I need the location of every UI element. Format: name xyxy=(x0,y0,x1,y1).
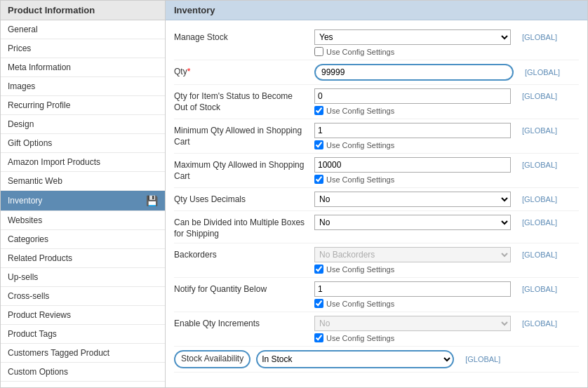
sidebar-item-amazon[interactable]: Amazon Import Products xyxy=(1,153,165,172)
qty-increments-label: Enable Qty Increments xyxy=(174,316,314,330)
notify-qty-controls: [GLOBAL] Use Config Settings xyxy=(314,281,579,308)
qty-out-of-stock-input[interactable] xyxy=(314,88,511,104)
qty-input[interactable] xyxy=(316,65,512,79)
backorders-config-checkbox[interactable] xyxy=(314,265,323,274)
stock-availability-global[interactable]: [GLOBAL] xyxy=(462,355,500,363)
backorders-select-row: No Backorders [GLOBAL] xyxy=(314,247,579,262)
qty-out-of-stock-controls: [GLOBAL] Use Config Settings xyxy=(314,88,579,115)
qty-increments-config-checkbox[interactable] xyxy=(314,333,323,342)
backorders-select[interactable]: No Backorders xyxy=(314,247,511,262)
qty-decimals-row: Qty Uses Decimals NoYes [GLOBAL] xyxy=(174,188,579,211)
content-area: Manage Stock YesNo [GLOBAL] Use Config S… xyxy=(166,20,587,378)
notify-qty-input[interactable] xyxy=(314,281,511,297)
stock-availability-select[interactable]: In StockOut of Stock xyxy=(258,352,453,367)
backorders-config-label: Use Config Settings xyxy=(326,265,394,274)
notify-qty-row: Notify for Quantity Below [GLOBAL] Use C… xyxy=(174,278,579,312)
sidebar-title: Product Information xyxy=(1,1,165,20)
multiple-boxes-select[interactable]: NoYes xyxy=(314,215,511,230)
notify-qty-label: Notify for Quantity Below xyxy=(174,281,314,295)
manage-stock-label: Manage Stock xyxy=(174,29,314,44)
multiple-boxes-select-row: NoYes [GLOBAL] xyxy=(314,215,579,230)
notify-qty-config-row: Use Config Settings xyxy=(314,299,579,308)
save-icon: 💾 xyxy=(146,195,158,206)
notify-qty-config-label: Use Config Settings xyxy=(326,300,394,308)
qty-increments-select[interactable]: NoYes xyxy=(314,316,511,331)
max-qty-global[interactable]: [GLOBAL] xyxy=(519,161,557,169)
multiple-boxes-global[interactable]: [GLOBAL] xyxy=(519,218,557,227)
max-qty-row: Maximum Qty Allowed in Shopping Cart [GL… xyxy=(174,154,579,188)
multiple-boxes-row: Can be Divided into Multiple Boxes for S… xyxy=(174,211,579,243)
qty-decimals-global[interactable]: [GLOBAL] xyxy=(519,195,557,203)
sidebar-item-semantic[interactable]: Semantic Web xyxy=(1,172,165,191)
sidebar-item-custom-options[interactable]: Custom Options xyxy=(1,363,165,382)
multiple-boxes-controls: NoYes [GLOBAL] xyxy=(314,215,579,230)
qty-increments-select-row: NoYes [GLOBAL] xyxy=(314,316,579,331)
min-qty-input[interactable] xyxy=(314,123,511,138)
sidebar-item-inventory[interactable]: Inventory 💾 xyxy=(1,191,165,211)
notify-qty-input-row: [GLOBAL] xyxy=(314,281,579,297)
sidebar-item-reviews[interactable]: Product Reviews xyxy=(1,306,165,325)
qty-oos-config-label: Use Config Settings xyxy=(326,107,394,115)
manage-stock-config-checkbox[interactable] xyxy=(314,47,323,56)
sidebar-item-crosssells[interactable]: Cross-sells xyxy=(1,287,165,306)
sidebar-item-meta[interactable]: Meta Information xyxy=(1,58,165,77)
stock-availability-highlight: In StockOut of Stock xyxy=(256,350,454,368)
qty-increments-config-row: Use Config Settings xyxy=(314,333,579,342)
sidebar-item-related[interactable]: Related Products xyxy=(1,249,165,268)
max-qty-controls: [GLOBAL] Use Config Settings xyxy=(314,157,579,184)
sidebar: Product Information General Prices Meta … xyxy=(1,1,166,387)
backorders-label: Backorders xyxy=(174,247,314,261)
sidebar-item-images[interactable]: Images xyxy=(1,77,165,96)
stock-availability-select-row: In StockOut of Stock [GLOBAL] xyxy=(256,350,579,368)
manage-stock-config-label: Use Config Settings xyxy=(326,48,394,56)
sidebar-item-tags[interactable]: Product Tags xyxy=(1,325,165,344)
qty-increments-config-label: Use Config Settings xyxy=(326,334,394,342)
qty-increments-global[interactable]: [GLOBAL] xyxy=(519,319,557,328)
qty-oos-config-checkbox[interactable] xyxy=(314,106,323,115)
qty-decimals-label: Qty Uses Decimals xyxy=(174,192,314,206)
sidebar-item-upsells[interactable]: Up-sells xyxy=(1,268,165,287)
main-content: Inventory Manage Stock YesNo [GLOBAL] Us… xyxy=(166,1,587,387)
sidebar-item-design[interactable]: Design xyxy=(1,115,165,134)
min-qty-input-row: [GLOBAL] xyxy=(314,123,579,138)
qty-row: Qty* [GLOBAL] xyxy=(174,60,579,85)
min-qty-config-label: Use Config Settings xyxy=(326,141,394,149)
max-qty-input[interactable] xyxy=(314,157,511,173)
max-qty-input-row: [GLOBAL] xyxy=(314,157,579,173)
backorders-config-row: Use Config Settings xyxy=(314,265,579,274)
notify-qty-config-checkbox[interactable] xyxy=(314,299,323,308)
qty-global[interactable]: [GLOBAL] xyxy=(522,68,560,76)
min-qty-label: Minimum Qty Allowed in Shopping Cart xyxy=(174,123,314,147)
qty-decimals-controls: NoYes [GLOBAL] xyxy=(314,192,579,207)
sidebar-item-prices[interactable]: Prices xyxy=(1,39,165,58)
sidebar-item-websites[interactable]: Websites xyxy=(1,211,165,230)
backorders-global[interactable]: [GLOBAL] xyxy=(519,250,557,259)
max-qty-config-checkbox[interactable] xyxy=(314,175,323,184)
max-qty-label: Maximum Qty Allowed in Shopping Cart xyxy=(174,157,314,182)
stock-availability-controls: In StockOut of Stock [GLOBAL] xyxy=(256,350,579,368)
qty-label: Qty* xyxy=(174,64,314,78)
qty-increments-controls: NoYes [GLOBAL] Use Config Settings xyxy=(314,316,579,342)
sidebar-item-gift[interactable]: Gift Options xyxy=(1,134,165,153)
backorders-row: Backorders No Backorders [GLOBAL] Use Co… xyxy=(174,243,579,278)
qty-decimals-select-row: NoYes [GLOBAL] xyxy=(314,192,579,207)
sidebar-item-categories[interactable]: Categories xyxy=(1,230,165,249)
stock-availability-label: Stock Availability xyxy=(174,350,250,368)
qty-required: * xyxy=(187,67,191,76)
min-qty-config-checkbox[interactable] xyxy=(314,140,323,149)
min-qty-config-row: Use Config Settings xyxy=(314,140,579,149)
sidebar-item-general[interactable]: General xyxy=(1,20,165,39)
sidebar-item-recurring[interactable]: Recurring Profile xyxy=(1,96,165,115)
manage-stock-select[interactable]: YesNo xyxy=(314,29,511,45)
qty-oos-global[interactable]: [GLOBAL] xyxy=(519,92,557,100)
notify-qty-global[interactable]: [GLOBAL] xyxy=(519,285,557,293)
sidebar-item-customers-tagged[interactable]: Customers Tagged Product xyxy=(1,344,165,363)
multiple-boxes-label: Can be Divided into Multiple Boxes for S… xyxy=(174,215,314,239)
min-qty-row: Minimum Qty Allowed in Shopping Cart [GL… xyxy=(174,119,579,154)
min-qty-global[interactable]: [GLOBAL] xyxy=(519,126,557,135)
qty-oos-input-row: [GLOBAL] xyxy=(314,88,579,104)
manage-stock-global[interactable]: [GLOBAL] xyxy=(519,33,557,41)
qty-out-of-stock-label: Qty for Item's Status to Become Out of S… xyxy=(174,88,314,113)
qty-decimals-select[interactable]: NoYes xyxy=(314,192,511,207)
max-qty-config-label: Use Config Settings xyxy=(326,175,394,184)
